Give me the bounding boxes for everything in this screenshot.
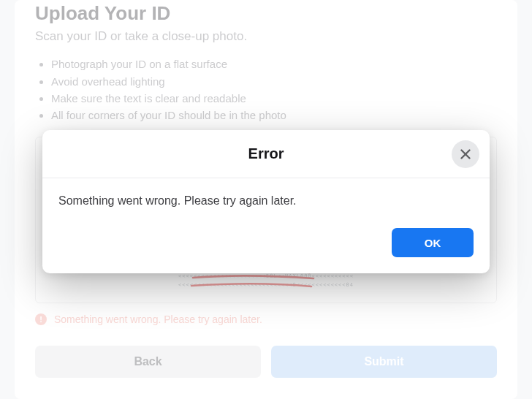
ok-button[interactable]: OK: [392, 228, 474, 257]
modal-overlay: Error Something went wrong. Please try a…: [0, 0, 532, 399]
modal-actions: OK: [58, 228, 474, 257]
error-modal: Error Something went wrong. Please try a…: [42, 130, 490, 273]
modal-body: Something went wrong. Please try again l…: [42, 178, 490, 273]
modal-header: Error: [42, 130, 490, 178]
close-icon: [460, 148, 471, 160]
modal-message: Something went wrong. Please try again l…: [58, 194, 474, 208]
close-button[interactable]: [452, 140, 479, 168]
modal-title: Error: [248, 145, 284, 162]
